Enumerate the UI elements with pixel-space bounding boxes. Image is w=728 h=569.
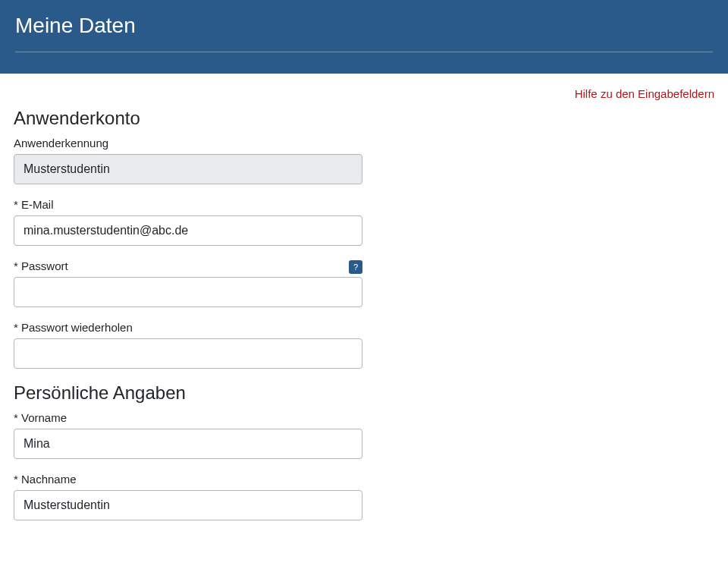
password-repeat-input[interactable] xyxy=(14,338,362,369)
section-title-account: Anwenderkonto xyxy=(14,108,714,129)
lastname-input[interactable] xyxy=(14,490,362,520)
page-header: Meine Daten xyxy=(0,0,728,74)
form-group-email: * E-Mail xyxy=(14,198,362,246)
form-group-username: Anwenderkennung xyxy=(14,137,362,184)
help-icon[interactable]: ? xyxy=(349,260,362,274)
header-divider xyxy=(15,52,713,52)
help-link-row: Hilfe zu den Eingabefeldern xyxy=(14,87,714,100)
lastname-label: * Nachname xyxy=(14,473,362,486)
username-input xyxy=(14,154,362,184)
password-label: * Passwort xyxy=(14,259,68,272)
form-group-firstname: * Vorname xyxy=(14,411,362,459)
help-link[interactable]: Hilfe zu den Eingabefeldern xyxy=(575,87,714,100)
password-input[interactable] xyxy=(14,277,362,307)
username-label: Anwenderkennung xyxy=(14,137,362,149)
section-title-personal: Persönliche Angaben xyxy=(14,382,714,404)
page-content: Hilfe zu den Eingabefeldern Anwenderkont… xyxy=(0,74,728,549)
email-label: * E-Mail xyxy=(14,198,362,211)
page-title: Meine Daten xyxy=(15,14,713,38)
form-group-password-repeat: * Passwort wiederholen xyxy=(14,321,362,369)
email-input[interactable] xyxy=(14,215,362,246)
firstname-input[interactable] xyxy=(14,429,362,459)
form-group-lastname: * Nachname xyxy=(14,473,362,520)
form-group-password: * Passwort ? xyxy=(14,259,362,307)
password-repeat-label: * Passwort wiederholen xyxy=(14,321,362,334)
firstname-label: * Vorname xyxy=(14,411,362,424)
